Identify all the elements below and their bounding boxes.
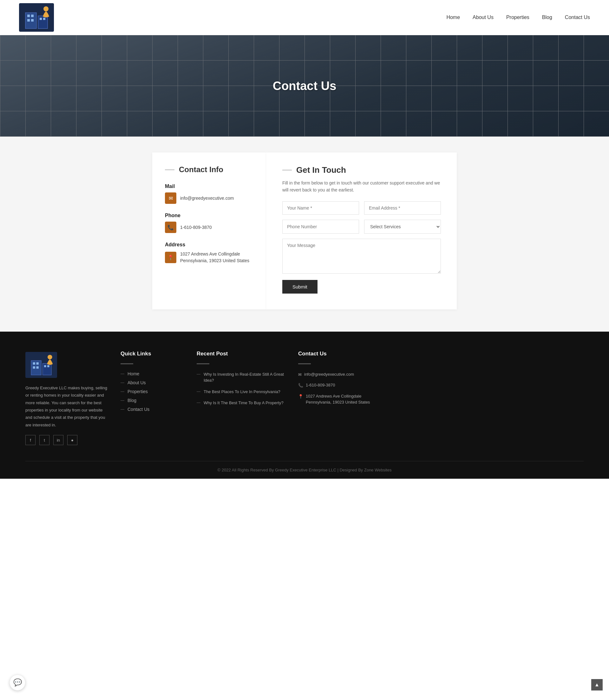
phone-item: 📞 1-610-809-3870	[165, 221, 254, 233]
footer-link-contact[interactable]: Contact Us	[121, 407, 184, 412]
linkedin-icon[interactable]: in	[53, 435, 64, 445]
message-textarea[interactable]	[282, 239, 441, 274]
svg-rect-18	[47, 365, 49, 367]
contact-form: Select Services Buying Selling Renting C…	[282, 201, 441, 293]
nav-blog[interactable]: Blog	[542, 15, 552, 20]
svg-rect-4	[31, 15, 34, 17]
hero-section: Contact Us	[0, 35, 609, 137]
instagram-icon[interactable]: ●	[67, 435, 77, 445]
address-label: Address	[165, 242, 254, 248]
logo[interactable]	[19, 3, 54, 32]
mail-value: info@greedyexecutive.com	[180, 195, 234, 202]
footer-address-value: 1027 Andrews Ave Collingdale Pennsylvani…	[306, 393, 381, 406]
recent-post-heading: Recent Post	[197, 351, 285, 357]
svg-rect-5	[27, 19, 30, 21]
footer-quick-links: Quick Links Home About Us Properties Blo…	[121, 351, 184, 445]
form-row-2: Select Services Buying Selling Renting C…	[282, 220, 441, 234]
recent-post-1: Why Is Investing In Real-Estate Still A …	[197, 371, 285, 383]
contact-info-heading: Contact Info	[165, 165, 254, 174]
nav-about[interactable]: About Us	[473, 15, 493, 20]
navbar: Home About Us Properties Blog Contact Us	[0, 0, 609, 35]
svg-rect-11	[31, 360, 41, 375]
footer-contact: Contact Us ✉ info@greedyexecutive.com 📞 …	[298, 351, 381, 445]
nav-properties[interactable]: Properties	[506, 15, 529, 20]
recent-post-divider	[197, 363, 209, 364]
footer-about: Greedy Executive LLC makes buying, selli…	[25, 351, 108, 445]
footer-link-blog[interactable]: Blog	[121, 398, 184, 403]
footer-contact-divider	[298, 363, 311, 364]
footer-link-about[interactable]: About Us	[121, 380, 184, 385]
svg-rect-12	[43, 363, 51, 375]
footer-phone-icon: 📞	[298, 382, 303, 389]
mail-group: Mail ✉ info@greedyexecutive.com	[165, 183, 254, 204]
contact-info-card: Contact Info Mail ✉ info@greedyexecutive…	[152, 152, 266, 309]
nav-home[interactable]: Home	[446, 15, 460, 20]
footer-contact-heading: Contact Us	[298, 351, 381, 357]
svg-rect-14	[36, 362, 39, 364]
footer-bottom: © 2022 All Rights Reserved By Greedy Exe…	[25, 461, 584, 479]
svg-rect-8	[43, 18, 45, 20]
name-input[interactable]	[282, 201, 359, 215]
quick-links-list: Home About Us Properties Blog Contact Us	[121, 371, 184, 412]
hero-title: Contact Us	[273, 79, 336, 93]
phone-input[interactable]	[282, 220, 359, 234]
quick-links-heading: Quick Links	[121, 351, 184, 357]
phone-group: Phone 📞 1-610-809-3870	[165, 213, 254, 233]
email-input[interactable]	[364, 201, 441, 215]
footer-phone-value: 1-610-809-3870	[306, 382, 335, 388]
form-heading: Get In Touch	[282, 165, 441, 175]
footer-email: ✉ info@greedyexecutive.com	[298, 371, 381, 378]
phone-label: Phone	[165, 213, 254, 218]
facebook-icon[interactable]: f	[25, 435, 36, 445]
address-value: 1027 Andrews Ave Collingdale Pennsylvani…	[180, 251, 254, 264]
form-description: Fill in the form below to get in touch w…	[282, 179, 441, 194]
phone-icon: 📞	[165, 221, 176, 233]
footer-address: 📍 1027 Andrews Ave Collingdale Pennsylva…	[298, 393, 381, 406]
recent-post-2: The Best Places To Live In Pennsylvania?	[197, 389, 285, 395]
footer-link-properties[interactable]: Properties	[121, 389, 184, 394]
footer: Greedy Executive LLC makes buying, selli…	[0, 331, 609, 479]
svg-rect-15	[33, 366, 35, 369]
footer-logo[interactable]	[25, 351, 57, 379]
address-icon: 📍	[165, 252, 176, 263]
copyright-text: © 2022 All Rights Reserved By Greedy Exe…	[218, 468, 392, 472]
svg-rect-7	[40, 18, 42, 20]
phone-value: 1-610-809-3870	[180, 224, 212, 231]
recent-post-3: Why Is It The Best Time To Buy A Propert…	[197, 400, 285, 406]
contact-section: Contact Info Mail ✉ info@greedyexecutive…	[0, 137, 609, 331]
footer-address-icon: 📍	[298, 393, 303, 400]
address-group: Address 📍 1027 Andrews Ave Collingdale P…	[165, 242, 254, 264]
form-row-1	[282, 201, 441, 215]
contact-form-panel: Get In Touch Fill in the form below to g…	[266, 152, 457, 309]
message-group	[282, 239, 441, 275]
svg-rect-3	[27, 15, 30, 17]
svg-point-9	[44, 6, 49, 12]
quick-links-divider	[121, 363, 133, 364]
mail-label: Mail	[165, 183, 254, 189]
footer-about-text: Greedy Executive LLC makes buying, selli…	[25, 384, 108, 429]
svg-rect-17	[44, 365, 46, 367]
twitter-icon[interactable]: t	[39, 435, 50, 445]
nav-links: Home About Us Properties Blog Contact Us	[446, 15, 590, 20]
svg-rect-1	[25, 13, 36, 29]
services-select[interactable]: Select Services Buying Selling Renting C…	[364, 220, 441, 234]
address-item: 📍 1027 Andrews Ave Collingdale Pennsylva…	[165, 251, 254, 264]
footer-phone: 📞 1-610-809-3870	[298, 382, 381, 389]
mail-icon: ✉	[165, 193, 176, 204]
svg-rect-6	[31, 19, 34, 21]
submit-button[interactable]: Submit	[282, 280, 317, 293]
mail-item: ✉ info@greedyexecutive.com	[165, 193, 254, 204]
svg-rect-13	[33, 362, 35, 364]
svg-rect-16	[36, 366, 39, 369]
footer-recent-posts: Recent Post Why Is Investing In Real-Est…	[197, 351, 285, 445]
svg-point-19	[48, 355, 52, 360]
footer-grid: Greedy Executive LLC makes buying, selli…	[25, 351, 584, 461]
nav-contact[interactable]: Contact Us	[565, 15, 590, 20]
social-links: f t in ●	[25, 435, 108, 445]
svg-rect-2	[38, 16, 48, 29]
footer-link-home[interactable]: Home	[121, 371, 184, 376]
footer-email-value: info@greedyexecutive.com	[304, 371, 354, 378]
footer-email-icon: ✉	[298, 372, 302, 378]
